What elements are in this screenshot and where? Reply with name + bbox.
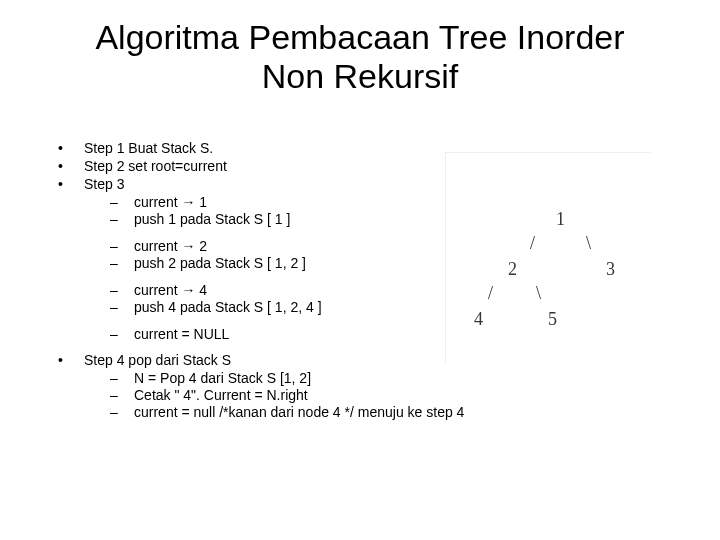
list-item: – push 1 pada Stack S [ 1 ] [110,211,464,227]
sub-text: push 4 pada Stack S [ 1, 2, 4 ] [134,299,322,315]
dash-icon: – [110,299,134,315]
dash-icon: – [110,211,134,227]
slide-title: Algoritma Pembacaan Tree Inorder Non Rek… [0,18,720,96]
bullet-step-1: • Step 1 Buat Stack S. [58,140,464,156]
sub-text: current = null /*kanan dari node 4 */ me… [134,404,464,420]
step3-sublist: – current → 1 – push 1 pada Stack S [ 1 … [110,194,464,342]
body-content: • Step 1 Buat Stack S. • Step 2 set root… [58,140,464,430]
dash-icon: – [110,404,134,420]
sub-text: current → 4 [134,282,207,298]
tree-node-1: 1 [556,208,565,231]
list-item: – N = Pop 4 dari Stack S [1, 2] [110,370,464,386]
bullet-text: Step 1 Buat Stack S. [84,140,213,156]
tree-node-4: 4 [474,308,483,331]
bullet-dot-icon: • [58,158,84,174]
bullet-text: Step 4 pop dari Stack S [84,352,231,368]
tree-node-2: 2 [508,258,517,281]
dash-icon: – [110,326,134,342]
sub-text: current → 1 [134,194,207,210]
tree-edge-icon: \ [536,282,541,305]
list-item: – push 2 pada Stack S [ 1, 2 ] [110,255,464,271]
sub-text: Cetak " 4". Current = N.right [134,387,308,403]
sub-text: push 1 pada Stack S [ 1 ] [134,211,290,227]
bullet-dot-icon: • [58,140,84,156]
list-item: – current → 4 [110,282,464,298]
tree-diagram: 1 / \ 2 3 / \ 4 5 [445,152,651,363]
list-item: – current = null /*kanan dari node 4 */ … [110,404,464,420]
list-item: – Cetak " 4". Current = N.right [110,387,464,403]
dash-icon: – [110,387,134,403]
tree-edge-icon: \ [586,232,591,255]
tree-edge-icon: / [488,282,493,305]
title-line-2: Non Rekursif [262,57,459,95]
list-item: – push 4 pada Stack S [ 1, 2, 4 ] [110,299,464,315]
dash-icon: – [110,255,134,271]
dash-icon: – [110,194,134,210]
bullet-step-3: • Step 3 [58,176,464,192]
dash-icon: – [110,282,134,298]
sub-text: current → 2 [134,238,207,254]
sub-text: N = Pop 4 dari Stack S [1, 2] [134,370,311,386]
sub-text: push 2 pada Stack S [ 1, 2 ] [134,255,306,271]
list-item: – current = NULL [110,326,464,342]
step4-sublist: – N = Pop 4 dari Stack S [1, 2] – Cetak … [110,370,464,420]
dash-icon: – [110,370,134,386]
sub-text: current = NULL [134,326,229,342]
bullet-text: Step 3 [84,176,124,192]
tree-node-3: 3 [606,258,615,281]
bullet-dot-icon: • [58,352,84,368]
tree-edge-icon: / [530,232,535,255]
list-item: – current → 1 [110,194,464,210]
bullet-text: Step 2 set root=current [84,158,227,174]
list-item: – current → 2 [110,238,464,254]
bullet-dot-icon: • [58,176,84,192]
bullet-step-2: • Step 2 set root=current [58,158,464,174]
title-line-1: Algoritma Pembacaan Tree Inorder [95,18,624,56]
dash-icon: – [110,238,134,254]
bullet-step-4: • Step 4 pop dari Stack S [58,352,464,368]
tree-node-5: 5 [548,308,557,331]
